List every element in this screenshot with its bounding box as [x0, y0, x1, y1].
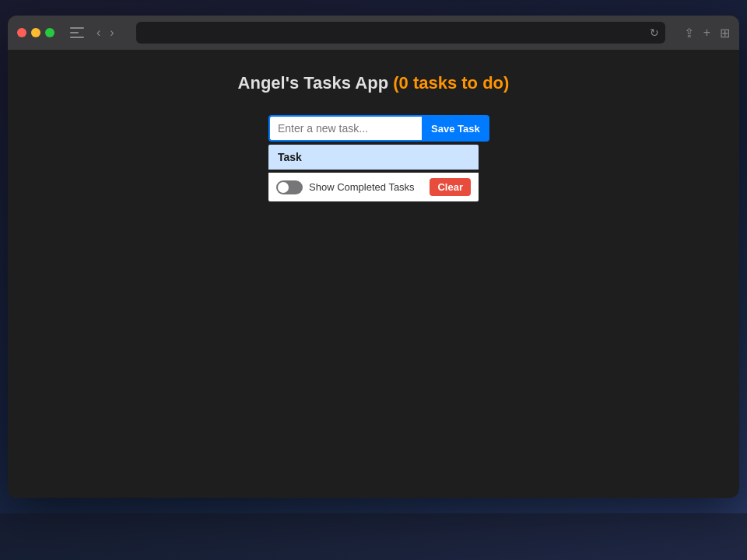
task-input-row: Save Task [268, 115, 479, 142]
app-title: Angel's Tasks App (0 tasks to do) [238, 73, 510, 93]
forward-button[interactable]: › [107, 24, 117, 41]
close-button[interactable] [17, 28, 26, 37]
title-bar: ‹ › ↻ ⇪ + ⊞ [8, 16, 739, 50]
browser-window: ‹ › ↻ ⇪ + ⊞ Angel's Tasks App (0 tasks t… [8, 16, 739, 498]
show-completed-label: Show Completed Tasks [309, 181, 423, 193]
tab-overview-icon[interactable]: ⊞ [720, 26, 730, 40]
minimize-button[interactable] [31, 28, 40, 37]
show-completed-toggle[interactable] [276, 180, 303, 194]
task-table: Task [268, 145, 479, 170]
task-input[interactable] [268, 115, 422, 142]
traffic-lights [17, 28, 54, 37]
share-icon[interactable]: ⇪ [684, 26, 694, 40]
app-title-text: Angel's Tasks App [238, 73, 389, 93]
reload-icon[interactable]: ↻ [650, 26, 659, 39]
maximize-button[interactable] [45, 28, 54, 37]
sidebar-toggle-icon[interactable] [70, 27, 84, 38]
new-tab-icon[interactable]: + [703, 26, 710, 40]
desktop-taskbar [0, 513, 747, 560]
save-task-button[interactable]: Save Task [422, 115, 489, 142]
clear-button[interactable]: Clear [430, 178, 471, 196]
task-count: (0 tasks to do) [393, 73, 509, 93]
address-input[interactable] [136, 27, 665, 39]
toolbar-actions: ⇪ + ⊞ [684, 26, 730, 40]
browser-content: Angel's Tasks App (0 tasks to do) Save T… [8, 50, 739, 498]
address-bar[interactable]: ↻ [136, 22, 665, 44]
back-button[interactable]: ‹ [93, 24, 103, 41]
toggle-slider [276, 180, 303, 194]
task-column-header: Task [268, 145, 479, 170]
nav-buttons: ‹ › [93, 24, 117, 41]
controls-row: Show Completed Tasks Clear [268, 173, 479, 201]
